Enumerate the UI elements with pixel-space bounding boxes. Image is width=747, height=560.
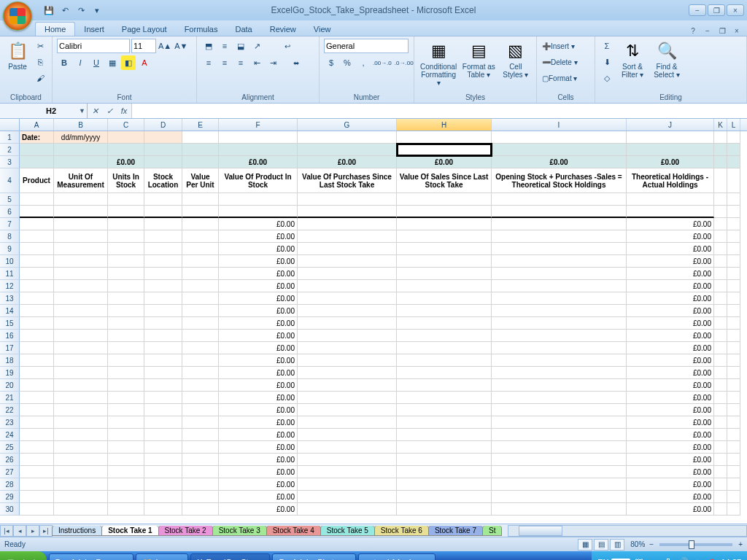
cell[interactable]: [298, 230, 397, 243]
cell[interactable]: [54, 280, 108, 292]
cell[interactable]: [492, 330, 627, 342]
cell[interactable]: £0.00: [219, 503, 298, 516]
row-header[interactable]: 23: [0, 416, 20, 429]
cell[interactable]: [144, 255, 182, 268]
cell[interactable]: [727, 491, 740, 503]
select-all-corner[interactable]: [0, 119, 20, 131]
cell[interactable]: [492, 503, 627, 516]
cell[interactable]: [727, 441, 740, 454]
cell[interactable]: [727, 330, 740, 342]
doc-restore-button[interactable]: ❐: [716, 26, 728, 36]
cell[interactable]: [144, 354, 182, 367]
cell[interactable]: £0.00: [627, 429, 714, 441]
cell[interactable]: [492, 193, 627, 206]
sheet-nav-prev[interactable]: ◂: [13, 525, 26, 537]
cell[interactable]: [144, 144, 182, 156]
cell[interactable]: [298, 491, 397, 503]
cell[interactable]: £0.00: [627, 466, 714, 478]
cell[interactable]: [108, 218, 144, 230]
cell[interactable]: [727, 416, 740, 429]
taskbar-item[interactable]: ▶track14.cda - ...: [358, 553, 436, 560]
cell[interactable]: [20, 392, 54, 404]
sort-filter-button[interactable]: ⇅Sort & Filter ▾: [616, 39, 649, 81]
cell[interactable]: [144, 317, 182, 330]
cell[interactable]: [492, 280, 627, 292]
cell[interactable]: [714, 330, 727, 342]
format-cells-button[interactable]: ▢ Format ▾: [541, 71, 592, 85]
view-normal-button[interactable]: ▦: [578, 539, 592, 551]
view-pagebreak-button[interactable]: ▥: [610, 539, 624, 551]
hscroll-thumb[interactable]: [519, 526, 562, 536]
cell[interactable]: [492, 218, 627, 230]
cell[interactable]: [397, 243, 492, 255]
cell[interactable]: [397, 392, 492, 404]
col-header-L[interactable]: L: [727, 119, 740, 131]
cell[interactable]: [492, 230, 627, 243]
cell[interactable]: [108, 193, 144, 206]
cell[interactable]: £0.00: [627, 280, 714, 292]
cut-button[interactable]: ✂: [33, 39, 47, 53]
cell[interactable]: [54, 268, 108, 280]
tab-home[interactable]: Home: [35, 22, 75, 36]
cell[interactable]: £0.00: [219, 268, 298, 280]
sheet-nav-next[interactable]: ▸: [26, 525, 39, 537]
row-header[interactable]: 5: [0, 193, 20, 206]
cell[interactable]: £0.00: [219, 429, 298, 441]
cell[interactable]: [182, 280, 219, 292]
cell[interactable]: [714, 131, 727, 144]
percent-button[interactable]: %: [340, 55, 355, 70]
cell[interactable]: £0.00: [627, 268, 714, 280]
cell[interactable]: [714, 305, 727, 317]
cell[interactable]: £0.00: [627, 404, 714, 416]
cell[interactable]: [727, 280, 740, 292]
align-top-button[interactable]: ⬒: [201, 39, 216, 53]
cell[interactable]: [182, 268, 219, 280]
sheet-tab[interactable]: Stock Take 3: [212, 526, 267, 536]
cell[interactable]: [219, 206, 298, 218]
cell[interactable]: £0.00: [397, 156, 492, 168]
cell[interactable]: [298, 429, 397, 441]
row-header[interactable]: 13: [0, 292, 20, 305]
taskbar-item[interactable]: XExcelGo_Stoc...: [190, 553, 270, 560]
cell[interactable]: [727, 342, 740, 354]
cell[interactable]: [714, 478, 727, 491]
cell[interactable]: [298, 193, 397, 206]
save-icon[interactable]: 💾: [42, 4, 55, 17]
cell[interactable]: [108, 503, 144, 516]
zoom-slider-thumb[interactable]: [689, 540, 694, 549]
cell[interactable]: [54, 330, 108, 342]
sheet-tab[interactable]: Stock Take 5: [320, 526, 375, 536]
cell[interactable]: [20, 292, 54, 305]
cell[interactable]: [20, 478, 54, 491]
cell[interactable]: [397, 292, 492, 305]
cell[interactable]: [108, 478, 144, 491]
col-header-H[interactable]: H: [397, 119, 492, 131]
cell[interactable]: [298, 404, 397, 416]
cell[interactable]: [144, 416, 182, 429]
cell[interactable]: [727, 429, 740, 441]
cell[interactable]: [54, 478, 108, 491]
cell[interactable]: [108, 342, 144, 354]
cell[interactable]: £0.00: [219, 392, 298, 404]
cell[interactable]: [397, 478, 492, 491]
tray-volume-icon[interactable]: 🔊: [677, 556, 689, 560]
cell[interactable]: [182, 317, 219, 330]
row-header[interactable]: 10: [0, 255, 20, 268]
sheet-tab[interactable]: Stock Take 6: [374, 526, 429, 536]
cell[interactable]: [20, 305, 54, 317]
cell[interactable]: [54, 218, 108, 230]
cell[interactable]: [298, 243, 397, 255]
row-header[interactable]: 28: [0, 478, 20, 491]
cell[interactable]: [714, 243, 727, 255]
cell[interactable]: [727, 193, 740, 206]
cell[interactable]: [298, 441, 397, 454]
cell[interactable]: £0.00: [219, 441, 298, 454]
cell[interactable]: [298, 268, 397, 280]
start-button[interactable]: ⊞ start: [0, 551, 47, 560]
cell[interactable]: [20, 466, 54, 478]
cell[interactable]: [714, 404, 727, 416]
cell[interactable]: £0.00: [219, 466, 298, 478]
cell[interactable]: [298, 342, 397, 354]
cell[interactable]: [144, 466, 182, 478]
wrap-text-button[interactable]: ↩: [266, 39, 309, 53]
